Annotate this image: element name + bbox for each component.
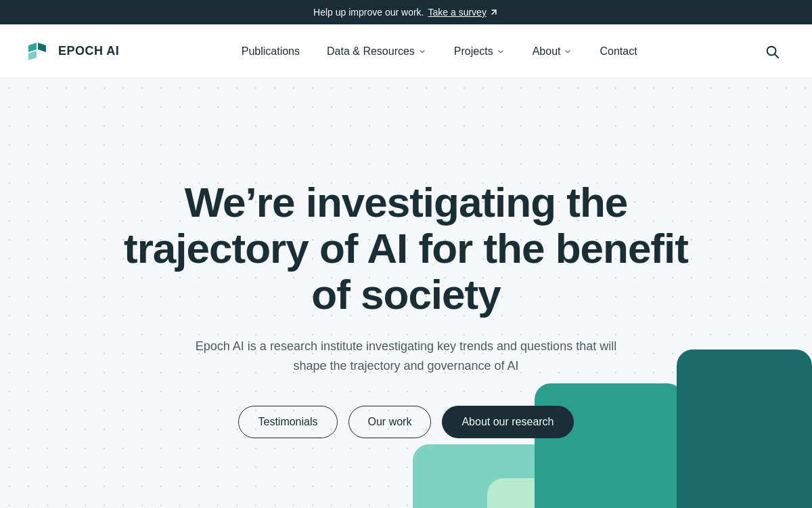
announcement-bar: Help up improve our work. Take a survey bbox=[0, 0, 812, 24]
chevron-down-icon bbox=[418, 47, 427, 56]
shape-medium-teal bbox=[535, 383, 683, 508]
nav-item-publications: Publications bbox=[231, 40, 311, 63]
logo-icon bbox=[27, 41, 51, 62]
logo-text: EPOCH AI bbox=[58, 44, 119, 58]
nav-link-projects[interactable]: Projects bbox=[443, 40, 516, 63]
hero-section: We’re investigating the trajectory of AI… bbox=[0, 79, 812, 508]
hero-subtitle: Epoch AI is a research institute investi… bbox=[189, 337, 623, 376]
main-nav: EPOCH AI Publications Data & Resources P… bbox=[0, 24, 812, 79]
logo[interactable]: EPOCH AI bbox=[27, 41, 119, 62]
nav-links: Publications Data & Resources Projects A… bbox=[231, 40, 648, 63]
nav-link-contact[interactable]: Contact bbox=[589, 40, 648, 63]
testimonials-button[interactable]: Testimonials bbox=[238, 406, 337, 438]
shape-light-green bbox=[413, 444, 548, 508]
survey-link[interactable]: Take a survey bbox=[428, 7, 499, 18]
shape-pale-green bbox=[487, 478, 589, 508]
about-research-button[interactable]: About our research bbox=[442, 406, 573, 438]
nav-item-contact: Contact bbox=[589, 40, 648, 63]
nav-link-publications[interactable]: Publications bbox=[231, 40, 311, 63]
search-icon bbox=[765, 44, 780, 59]
our-work-button[interactable]: Our work bbox=[348, 406, 432, 438]
svg-line-2 bbox=[775, 54, 778, 58]
nav-item-data-resources: Data & Resources bbox=[316, 40, 438, 63]
external-link-icon bbox=[489, 7, 499, 17]
nav-link-about[interactable]: About bbox=[522, 40, 584, 63]
nav-item-projects: Projects bbox=[443, 40, 516, 63]
chevron-down-icon bbox=[563, 47, 572, 56]
announcement-text: Help up improve our work. bbox=[313, 7, 424, 18]
chevron-down-icon bbox=[496, 47, 505, 56]
svg-line-0 bbox=[492, 10, 496, 14]
nav-link-data-resources[interactable]: Data & Resources bbox=[316, 40, 438, 63]
hero-title: We’re investigating the trajectory of AI… bbox=[102, 179, 710, 318]
hero-buttons: Testimonials Our work About our research bbox=[238, 406, 573, 438]
search-button[interactable] bbox=[759, 39, 785, 64]
survey-link-label: Take a survey bbox=[428, 7, 487, 18]
shape-dark-teal bbox=[677, 350, 812, 508]
nav-item-about: About bbox=[522, 40, 584, 63]
